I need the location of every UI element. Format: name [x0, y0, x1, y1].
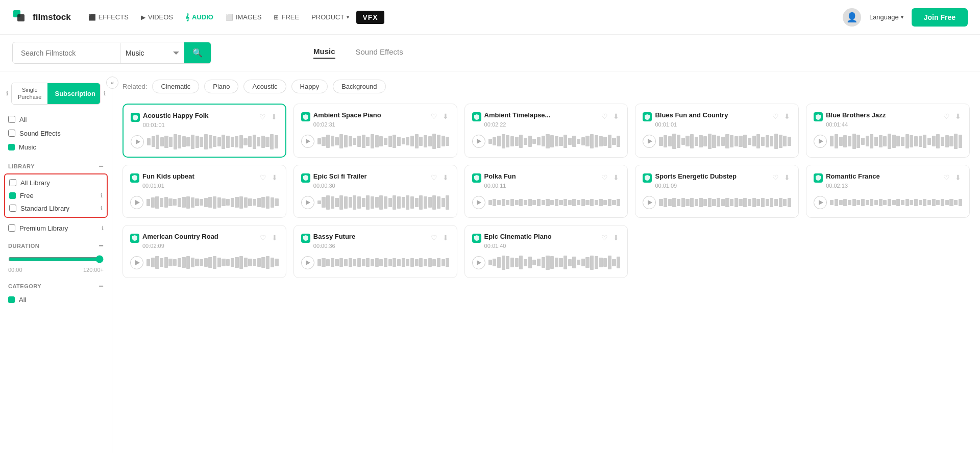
- library-collapse-icon[interactable]: −: [99, 162, 104, 170]
- track-play-button[interactable]: [301, 196, 314, 209]
- premium-info-icon[interactable]: ℹ: [102, 225, 104, 232]
- track-play-button[interactable]: [301, 135, 314, 148]
- track-play-button[interactable]: [301, 256, 314, 269]
- track-like-button[interactable]: ♡: [942, 111, 951, 121]
- library-all-label[interactable]: All Library: [9, 177, 103, 189]
- track-like-button[interactable]: ♡: [600, 233, 609, 243]
- track-play-button[interactable]: [643, 135, 656, 148]
- track-play-button[interactable]: [130, 196, 143, 209]
- track-download-button[interactable]: ⬇: [954, 172, 962, 183]
- track-play-button[interactable]: [814, 196, 827, 209]
- tag-background[interactable]: Background: [333, 80, 385, 93]
- search-input[interactable]: [13, 43, 120, 63]
- track-like-button[interactable]: ♡: [771, 111, 780, 121]
- subscription-button[interactable]: Subscription: [47, 83, 101, 104]
- tab-sound-effects[interactable]: Sound Effects: [356, 47, 403, 58]
- library-highlighted-box: All Library Free ℹ Standard Library ℹ: [4, 173, 108, 218]
- avatar[interactable]: 👤: [843, 8, 861, 27]
- track-like-button[interactable]: ♡: [600, 172, 609, 183]
- duration-collapse-icon[interactable]: −: [99, 242, 104, 250]
- track-download-button[interactable]: ⬇: [612, 111, 620, 121]
- nav-free[interactable]: ⊞ FREE: [268, 10, 304, 24]
- track-duration: 00:00:36: [313, 243, 355, 249]
- track-play-button[interactable]: [814, 135, 827, 148]
- track-like-button[interactable]: ♡: [259, 172, 267, 183]
- category-all-label[interactable]: All: [0, 293, 112, 306]
- single-info-icon[interactable]: ℹ: [6, 90, 8, 97]
- track-play-button[interactable]: [130, 256, 143, 269]
- join-free-button[interactable]: Join Free: [912, 8, 968, 27]
- shield-icon: [814, 173, 823, 183]
- track-download-button[interactable]: ⬇: [783, 111, 791, 121]
- search-category-select[interactable]: Music Sound Effects: [120, 43, 184, 63]
- track-download-button[interactable]: ⬇: [954, 111, 962, 121]
- library-premium-checkbox[interactable]: [8, 224, 15, 232]
- track-download-button[interactable]: ⬇: [442, 172, 450, 183]
- sidebar-toggle[interactable]: «: [106, 77, 118, 89]
- nav-videos[interactable]: ▶ VIDEOS: [136, 10, 178, 24]
- shield-icon: [301, 234, 310, 243]
- track-download-button[interactable]: ⬇: [612, 172, 620, 183]
- logo[interactable]: filmstock: [12, 9, 71, 26]
- play-icon: [477, 139, 481, 144]
- library-standard-label[interactable]: Standard Library ℹ: [9, 202, 103, 215]
- track-like-button[interactable]: ♡: [430, 233, 438, 243]
- tag-acoustic[interactable]: Acoustic: [243, 80, 286, 93]
- track-play-button[interactable]: [131, 135, 144, 148]
- track-download-button[interactable]: ⬇: [783, 172, 791, 183]
- filter-all-label[interactable]: All: [8, 113, 104, 127]
- track-download-button[interactable]: ⬇: [612, 233, 620, 243]
- track-waveform: [131, 134, 278, 149]
- track-like-button[interactable]: ♡: [430, 172, 438, 183]
- filter-all-checkbox[interactable]: [8, 116, 15, 123]
- track-play-button[interactable]: [472, 256, 485, 269]
- track-like-button[interactable]: ♡: [600, 111, 609, 121]
- filter-sound-effects-label[interactable]: Sound Effects: [8, 127, 104, 140]
- language-label: Language: [869, 13, 899, 21]
- vfx-badge[interactable]: VFX: [356, 11, 384, 24]
- single-purchase-button[interactable]: Single Purchase: [12, 83, 47, 104]
- track-download-button[interactable]: ⬇: [270, 112, 278, 122]
- track-actions: ♡⬇: [430, 172, 450, 183]
- nav-product[interactable]: PRODUCT ▾: [306, 10, 354, 24]
- track-play-button[interactable]: [472, 196, 485, 209]
- single-purchase-info: ℹ: [6, 90, 8, 97]
- nav-effects[interactable]: ⬛ EFFECTS: [83, 10, 134, 24]
- category-collapse-icon[interactable]: −: [99, 282, 104, 290]
- free-info-icon[interactable]: ℹ: [101, 192, 103, 199]
- duration-slider[interactable]: [8, 255, 104, 263]
- filter-sound-effects-checkbox[interactable]: [8, 130, 15, 137]
- search-button[interactable]: 🔍: [184, 42, 211, 63]
- track-download-button[interactable]: ⬇: [442, 233, 450, 243]
- filter-music-label[interactable]: Music: [8, 140, 104, 154]
- header: filmstock ⬛ EFFECTS ▶ VIDEOS 𝄞 AUDIO ⬜ I…: [0, 0, 980, 35]
- track-download-button[interactable]: ⬇: [271, 233, 279, 243]
- tag-cinematic[interactable]: Cinematic: [152, 80, 199, 93]
- standard-info-icon[interactable]: ℹ: [101, 205, 103, 212]
- library-premium-label[interactable]: Premium Library ℹ: [0, 222, 112, 235]
- waveform-bars: [488, 255, 621, 270]
- track-download-button[interactable]: ⬇: [442, 111, 450, 121]
- library-free-label[interactable]: Free ℹ: [9, 189, 103, 202]
- waveform-bars: [317, 134, 450, 149]
- nav-audio[interactable]: 𝄞 AUDIO: [180, 10, 218, 24]
- track-duration: 00:02:22: [484, 121, 551, 128]
- language-selector[interactable]: Language ▾: [869, 13, 903, 21]
- library-all-checkbox[interactable]: [9, 179, 16, 186]
- library-standard-checkbox[interactable]: [9, 205, 16, 212]
- track-play-button[interactable]: [472, 135, 485, 148]
- track-like-button[interactable]: ♡: [259, 233, 267, 243]
- track-top-row: Ambient Timelapse...00:02:22♡⬇: [472, 111, 621, 128]
- nav-images[interactable]: ⬜ IMAGES: [220, 10, 267, 24]
- subscription-info-icon[interactable]: ℹ: [104, 90, 106, 97]
- tag-happy[interactable]: Happy: [291, 80, 328, 93]
- track-like-button[interactable]: ♡: [258, 112, 267, 122]
- track-duration: 00:02:31: [313, 121, 381, 128]
- tag-piano[interactable]: Piano: [204, 80, 238, 93]
- track-like-button[interactable]: ♡: [942, 172, 951, 183]
- tab-music[interactable]: Music: [313, 47, 335, 59]
- track-play-button[interactable]: [643, 196, 656, 209]
- track-like-button[interactable]: ♡: [771, 172, 780, 183]
- track-download-button[interactable]: ⬇: [271, 172, 279, 183]
- track-like-button[interactable]: ♡: [430, 111, 438, 121]
